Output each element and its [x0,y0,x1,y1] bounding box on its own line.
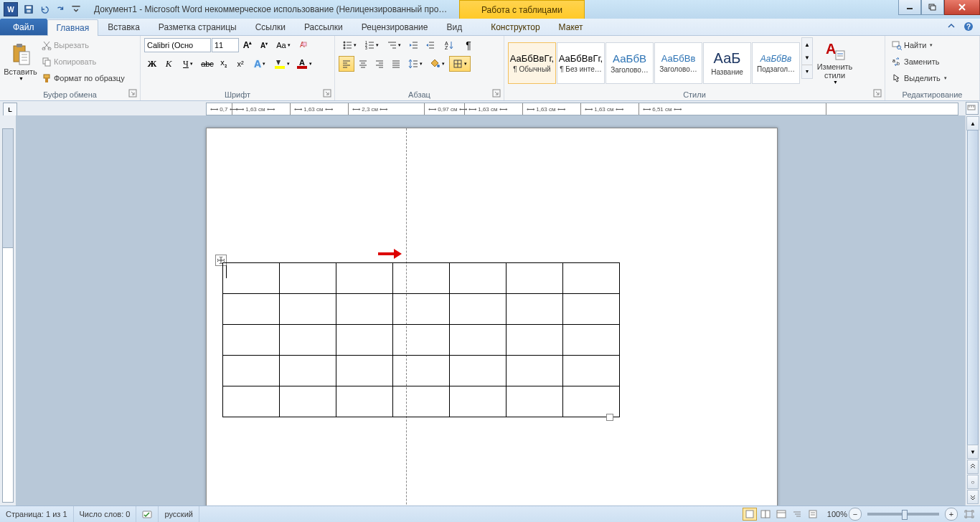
zoom-slider-thumb[interactable] [902,510,908,520]
zoom-in-button[interactable]: + [945,508,958,521]
borders-button[interactable]: ▾ [449,56,471,72]
styles-gallery-more[interactable]: ▲▼▾ [801,37,813,79]
scroll-thumb[interactable] [967,130,979,447]
status-language[interactable]: русский [159,506,199,522]
font-dialog-launcher[interactable] [323,89,333,99]
font-color-button[interactable]: A▾ [293,56,315,72]
numbering-button[interactable]: 123▾ [361,37,382,53]
replace-button[interactable]: abЗаменить [889,54,950,70]
subscript-button[interactable]: x₂ [216,56,232,72]
style-item-4[interactable]: АаБНазвание [703,42,751,84]
document-workspace[interactable] [16,115,966,506]
select-button[interactable]: Выделить▾ [889,70,950,86]
style-item-5[interactable]: АаБбВвПодзагол… [752,42,800,84]
view-web-layout-button[interactable] [774,508,788,521]
status-word-count[interactable]: Число слов: 0 [74,506,137,522]
copy-button[interactable]: Копировать [39,54,128,70]
status-spellcheck[interactable] [136,506,159,522]
tab-review[interactable]: Рецензирование [352,19,438,35]
style-item-0[interactable]: АаБбВвГг,¶ Обычный [508,42,556,84]
ruler-toggle-button[interactable] [966,102,979,115]
style-item-1[interactable]: АаБбВвГг,¶ Без инте… [557,42,605,84]
align-center-button[interactable] [355,56,371,72]
tab-view[interactable]: Вид [437,19,471,35]
format-painter-button[interactable]: Формат по образцу [39,70,128,86]
tab-insert[interactable]: Вставка [98,19,149,35]
clear-formatting-button[interactable]: A [295,37,311,53]
show-marks-button[interactable]: ¶ [461,37,476,53]
grow-font-button[interactable]: A▴ [240,37,255,53]
vertical-ruler[interactable] [0,115,17,506]
svg-point-27 [344,42,346,44]
highlight-button[interactable]: ▾ [271,56,293,72]
text-effects-button[interactable]: A▾ [249,56,270,72]
help-button[interactable]: ? [963,21,974,32]
italic-button[interactable]: К [161,56,176,72]
bullets-button[interactable]: ▾ [339,37,360,53]
styles-dialog-launcher[interactable] [873,89,883,99]
status-page[interactable]: Страница: 1 из 1 [0,506,74,522]
svg-rect-75 [836,51,844,60]
align-right-button[interactable] [372,56,387,72]
horizontal-ruler[interactable]: ⟷ 0,7 ⟷⟷ 1,63 см ⟷⟷ 1,63 см ⟷⟷ 2,3 см ⟷⟷… [206,103,958,115]
change-styles-button[interactable]: A Изменить стили ▼ [814,37,855,86]
zoom-percent[interactable]: 100% [827,510,847,518]
save-button[interactable] [22,2,36,16]
paragraph-dialog-launcher[interactable] [492,89,502,99]
view-full-screen-button[interactable] [758,508,773,521]
zoom-fit-button[interactable] [962,508,976,521]
browse-object-button[interactable]: ○ [967,475,979,489]
view-draft-button[interactable] [806,508,820,521]
tab-file[interactable]: Файл [0,19,47,35]
tab-references[interactable]: Ссылки [246,19,295,35]
style-item-2[interactable]: АаБбВЗаголово… [606,42,654,84]
shrink-font-button[interactable]: A▾ [256,37,272,53]
view-outline-button[interactable] [790,508,804,521]
svg-rect-25 [297,66,307,69]
tab-page-layout[interactable]: Разметка страницы [149,19,246,35]
minimize-button[interactable] [898,0,921,15]
view-print-layout-button[interactable] [743,508,757,521]
maximize-button[interactable] [921,0,944,15]
vertical-scrollbar[interactable]: ▲ ▼ ○ [965,115,980,506]
scroll-down-button[interactable]: ▼ [967,445,979,459]
increase-indent-button[interactable] [422,37,438,53]
font-size-input[interactable] [212,38,239,52]
zoom-out-button[interactable]: − [849,508,862,521]
underline-button[interactable]: Ч▾ [177,56,199,72]
paste-button[interactable]: Вставить ▼ [4,37,37,86]
tab-stop-selector[interactable]: L [3,103,17,117]
next-page-button[interactable] [967,490,979,504]
qat-customize-button[interactable] [69,2,83,16]
change-case-button[interactable]: Aa▾ [273,37,294,53]
prev-page-button[interactable] [967,460,979,474]
superscript-button[interactable]: x² [232,56,248,72]
bold-button[interactable]: Ж [144,56,160,72]
decrease-indent-button[interactable] [405,37,421,53]
close-button[interactable] [944,0,980,15]
minimize-ribbon-button[interactable] [946,21,957,32]
svg-rect-98 [809,511,816,518]
scroll-up-button[interactable]: ▲ [966,116,979,130]
font-name-input[interactable] [144,38,211,52]
clipboard-dialog-launcher[interactable] [128,89,138,99]
table-resize-handle[interactable] [606,414,613,421]
tab-table-layout[interactable]: Макет [550,19,593,35]
tab-mailings[interactable]: Рассылки [295,19,352,35]
redo-button[interactable] [53,2,67,16]
tab-home[interactable]: Главная [47,19,99,36]
shading-button[interactable]: ▾ [427,56,448,72]
justify-button[interactable] [388,56,404,72]
find-button[interactable]: Найти▾ [889,37,950,53]
tab-table-design[interactable]: Конструктор [481,19,549,35]
zoom-slider[interactable] [867,513,939,516]
line-spacing-button[interactable]: ▾ [405,56,426,72]
strikethrough-button[interactable]: abc [199,56,215,72]
align-left-button[interactable] [339,56,354,72]
document-table[interactable] [222,262,620,417]
style-item-3[interactable]: АаБбВвЗаголово… [654,42,702,84]
cut-button[interactable]: Вырезать [39,37,128,53]
undo-button[interactable] [37,2,52,16]
multilevel-list-button[interactable]: ▾ [383,37,405,53]
sort-button[interactable]: AZ [438,37,460,53]
